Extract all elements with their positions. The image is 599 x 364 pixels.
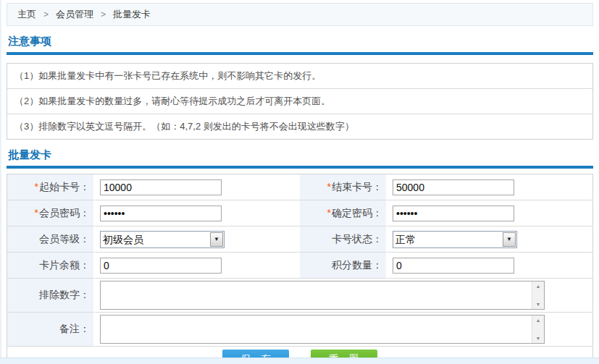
breadcrumb-separator-icon: >	[101, 9, 106, 20]
points-label: 积分数量：	[300, 253, 388, 279]
notice-section-title: 注意事项	[8, 35, 593, 48]
required-mark: *	[327, 207, 331, 219]
textarea-scrollbar[interactable]: ▲▼	[532, 282, 544, 309]
exclude-digits-cell: ▲▼	[95, 279, 592, 313]
form-row: 备注： ▲▼	[7, 313, 592, 347]
card-status-label: 卡号状态：	[300, 227, 388, 253]
breadcrumb-batch-issue: 批量发卡	[113, 9, 151, 20]
remark-label: 备注：	[7, 313, 95, 347]
form-row: 会员等级： 初级会员 ▼ 卡号状态： 正常 ▼	[7, 227, 592, 253]
points-cell	[388, 253, 592, 279]
exclude-digits-textarea-wrap: ▲▼	[100, 281, 545, 310]
notice-section-divider	[7, 52, 593, 55]
card-status-cell: 正常 ▼	[388, 227, 592, 253]
end-card-input[interactable]	[393, 179, 514, 195]
end-card-label: *结束卡号：	[300, 174, 388, 200]
member-level-select-wrap: 初级会员 ▼	[100, 231, 225, 248]
remark-textarea[interactable]	[101, 316, 532, 343]
page-left-edge	[0, 0, 1, 364]
page: 主页>会员管理>批量发卡 注意事项 （1）如果批量发卡中有一张卡号已存在系统中，…	[0, 0, 599, 364]
card-status-select[interactable]: 正常	[393, 231, 517, 248]
notice-list: （1）如果批量发卡中有一张卡号已存在系统中，则不影响其它卡的发行。 （2）如果批…	[7, 63, 593, 140]
start-card-label: *起始卡号：	[7, 174, 95, 200]
exclude-digits-label: 排除数字：	[7, 279, 95, 313]
notice-item: （2）如果批量发卡的数量过多，请耐心等待提示成功之后才可离开本页面。	[7, 89, 592, 114]
required-mark: *	[35, 207, 38, 219]
required-mark: *	[35, 181, 38, 192]
member-level-label: 会员等级：	[7, 227, 95, 253]
points-input[interactable]	[393, 258, 514, 274]
card-balance-cell	[95, 253, 300, 279]
card-balance-label: 卡片余额：	[7, 253, 95, 279]
scroll-down-icon[interactable]: ▼	[536, 336, 541, 341]
notice-item: （1）如果批量发卡中有一张卡号已存在系统中，则不影响其它卡的发行。	[7, 64, 592, 89]
form-section-divider	[7, 166, 593, 169]
textarea-scrollbar[interactable]: ▲▼	[532, 316, 544, 343]
member-level-cell: 初级会员 ▼	[95, 227, 300, 253]
start-card-cell	[95, 174, 300, 200]
exclude-digits-textarea[interactable]	[101, 282, 532, 309]
form-row: *起始卡号： *结束卡号：	[7, 174, 592, 200]
form-section-title: 批量发卡	[8, 148, 593, 162]
scroll-up-icon[interactable]: ▲	[536, 318, 541, 323]
form-row: 卡片余额： 积分数量：	[7, 253, 592, 279]
breadcrumb: 主页>会员管理>批量发卡	[7, 3, 593, 26]
confirm-password-label: *确定密码：	[300, 200, 388, 227]
required-mark: *	[327, 181, 331, 192]
remark-textarea-wrap: ▲▼	[100, 315, 545, 344]
breadcrumb-home[interactable]: 主页	[17, 9, 36, 20]
end-card-cell	[388, 174, 592, 200]
card-status-select-wrap: 正常 ▼	[393, 231, 517, 248]
member-password-label: *会员密码：	[7, 200, 95, 227]
scroll-down-icon[interactable]: ▼	[536, 302, 541, 307]
form-row: *会员密码： *确定密码：	[7, 200, 592, 227]
confirm-password-cell	[388, 200, 592, 227]
notice-item: （3）排除数字以英文逗号隔开。（如：4,7,2 则发出的卡号将不会出现这些数字）	[7, 114, 592, 139]
start-card-input[interactable]	[100, 179, 222, 195]
footer-strip	[0, 357, 599, 364]
form-row: 排除数字： ▲▼	[7, 279, 592, 313]
member-password-input[interactable]	[100, 206, 222, 221]
breadcrumb-member-management[interactable]: 会员管理	[56, 9, 93, 20]
card-balance-input[interactable]	[100, 258, 222, 274]
remark-cell: ▲▼	[95, 313, 592, 347]
member-level-select[interactable]: 初级会员	[100, 231, 225, 248]
member-password-cell	[95, 200, 300, 227]
breadcrumb-separator-icon: >	[43, 9, 49, 20]
scroll-up-icon[interactable]: ▲	[536, 284, 541, 289]
confirm-password-input[interactable]	[393, 206, 514, 221]
batch-issue-form: *起始卡号： *结束卡号： *会员密码： *确定密码： 会员等级：	[7, 174, 593, 364]
